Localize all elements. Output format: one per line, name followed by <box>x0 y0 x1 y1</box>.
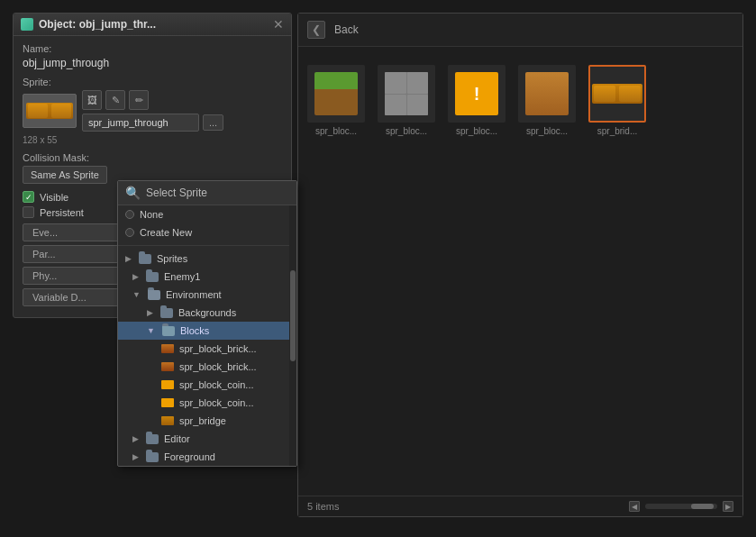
bridge-icon <box>161 416 174 425</box>
sprite-more-button[interactable]: ... <box>203 114 223 131</box>
backgrounds-label: Backgrounds <box>178 307 236 318</box>
persistent-checkbox[interactable] <box>23 206 34 218</box>
list-item[interactable]: ▶ Enemy1 <box>118 268 296 286</box>
status-scrollbar: ◀ ▶ <box>629 501 733 512</box>
stone-cell <box>407 95 429 116</box>
list-item[interactable]: Create New <box>118 223 296 241</box>
sprite-name-row: ... <box>82 114 223 132</box>
sprite-section: 🖼 ✎ ✏ ... 128 x 55 <box>23 90 282 145</box>
list-item[interactable]: ▶ Sprites <box>118 250 296 268</box>
list-item[interactable]: ▶ Backgrounds <box>118 304 296 322</box>
search-icon: 🔍 <box>125 186 141 200</box>
brush-button[interactable]: ✏ <box>129 90 149 110</box>
stone-cell <box>385 72 406 94</box>
list-item[interactable]: spr_block_brick... <box>118 358 296 376</box>
dropdown-header: 🔍 Select Sprite <box>118 181 296 205</box>
wood-block-visual <box>525 72 569 115</box>
close-button[interactable]: ✕ <box>273 18 284 31</box>
spr-block-coin1-label: spr_block_coin... <box>179 379 254 390</box>
folder-editor-icon <box>146 434 159 444</box>
expand-arrow-sprites: ▶ <box>125 254 132 263</box>
name-value: obj_jump_through <box>23 57 282 69</box>
list-item[interactable]: ▶ Foreground <box>118 448 296 466</box>
list-item[interactable]: spr_block_brick... <box>118 340 296 358</box>
edit-sprite-button[interactable]: ✎ <box>105 90 125 110</box>
sprite-preview-image <box>26 103 73 119</box>
sprite-grid: spr_bloc... spr_bloc... ! spr_bloc... <box>298 47 742 496</box>
visible-checkbox[interactable]: ✓ <box>23 191 34 203</box>
status-bar: 5 items ◀ ▶ <box>298 496 742 516</box>
collapse-arrow-env: ▼ <box>132 290 141 299</box>
scroll-track <box>645 504 717 509</box>
visible-label: Visible <box>40 192 68 203</box>
folder-blocks-icon <box>162 326 175 336</box>
dropdown-scrollbar[interactable] <box>289 205 296 466</box>
grass-block-visual <box>314 72 358 115</box>
stone-cell <box>385 95 406 116</box>
collapse-arrow-blocks: ▼ <box>147 326 155 335</box>
sprite-thumb[interactable]: ! spr_bloc... <box>448 65 506 136</box>
list-item[interactable]: ▶ Editor <box>118 430 296 448</box>
sprite-thumb-image-stone <box>378 65 435 123</box>
item-count: 5 items <box>307 501 339 512</box>
expand-arrow-bg: ▶ <box>147 308 153 317</box>
enemy1-label: Enemy1 <box>164 271 200 282</box>
title-icon <box>21 18 33 31</box>
panel-titlebar: Object: obj_jump_thr... ✕ <box>14 14 291 36</box>
sprite-thumb-image-grass <box>307 65 365 123</box>
dropdown-scroll-thumb <box>290 270 296 361</box>
bridge-visual <box>592 84 642 104</box>
sprite-thumb-label-5: spr_brid... <box>597 126 637 136</box>
dropdown-body: None Create New ▶ Sprites ▶ Enemy1 ▼ Env… <box>118 205 296 466</box>
collision-value: Same As Sprite <box>23 166 107 184</box>
collision-label: Collision Mask: <box>23 152 282 163</box>
expand-arrow-fg: ▶ <box>132 452 139 461</box>
blocks-label: Blocks <box>180 325 209 336</box>
scroll-thumb <box>691 504 714 509</box>
foreground-label: Foreground <box>164 451 215 462</box>
titlebar-left: Object: obj_jump_thr... <box>21 18 156 31</box>
scroll-left-button[interactable]: ◀ <box>629 501 640 512</box>
sprite-thumb-active[interactable]: spr_brid... <box>588 65 646 136</box>
new-sprite-button[interactable]: 🖼 <box>82 90 102 110</box>
spr-block-coin2-label: spr_block_coin... <box>179 397 254 408</box>
divider <box>118 245 296 246</box>
folder-enemy-icon <box>146 272 159 282</box>
list-item[interactable]: spr_block_coin... <box>118 376 296 394</box>
sprite-thumb[interactable]: spr_bloc... <box>378 65 435 136</box>
sprite-thumb[interactable]: spr_bloc... <box>518 65 576 136</box>
list-item[interactable]: ▼ Blocks <box>118 322 296 340</box>
sprite-row: 🖼 ✎ ✏ ... <box>23 90 282 132</box>
back-label: Back <box>334 23 359 36</box>
stone-cell <box>407 72 429 94</box>
sprite-icon-row: 🖼 ✎ ✏ <box>82 90 223 110</box>
sprite-selector-panel: ❮ Back spr_bloc... spr_bloc... <box>297 13 743 517</box>
back-arrow[interactable]: ❮ <box>307 21 325 39</box>
spr-bridge-label: spr_bridge <box>179 415 226 426</box>
spr-block-brick1-label: spr_block_brick... <box>179 343 257 354</box>
sprite-label: Sprite: <box>23 77 282 87</box>
coin-block-visual: ! <box>455 72 498 115</box>
sprite-nav: ❮ Back <box>298 14 742 47</box>
sprite-thumb-image-bridge <box>588 65 646 123</box>
sprite-name-field[interactable] <box>82 114 199 132</box>
scroll-right-button[interactable]: ▶ <box>723 501 733 512</box>
sprite-size: 128 x 55 <box>23 135 282 145</box>
list-item[interactable]: spr_bridge <box>118 412 296 430</box>
list-item[interactable]: ▼ Environment <box>118 286 296 304</box>
sprite-preview[interactable] <box>23 94 77 128</box>
sprites-label: Sprites <box>157 253 187 264</box>
spr-block-brick2-label: spr_block_brick... <box>179 361 257 372</box>
sprite-thumb[interactable]: spr_bloc... <box>307 65 365 136</box>
sprite-thumb-image-coin: ! <box>448 65 506 123</box>
sprite-thumb-label-2: spr_bloc... <box>386 126 427 136</box>
sprite-thumb-image-wood <box>518 65 576 123</box>
list-item[interactable]: spr_block_coin... <box>118 394 296 412</box>
folder-fg-icon <box>146 452 159 462</box>
environment-label: Environment <box>166 289 222 300</box>
expand-arrow-enemy: ▶ <box>132 272 139 281</box>
list-item[interactable]: None <box>118 205 296 223</box>
check-icon: ✓ <box>25 193 32 202</box>
sprite-thumb-label-4: spr_bloc... <box>526 126 568 136</box>
panel-title: Object: obj_jump_thr... <box>39 18 156 31</box>
